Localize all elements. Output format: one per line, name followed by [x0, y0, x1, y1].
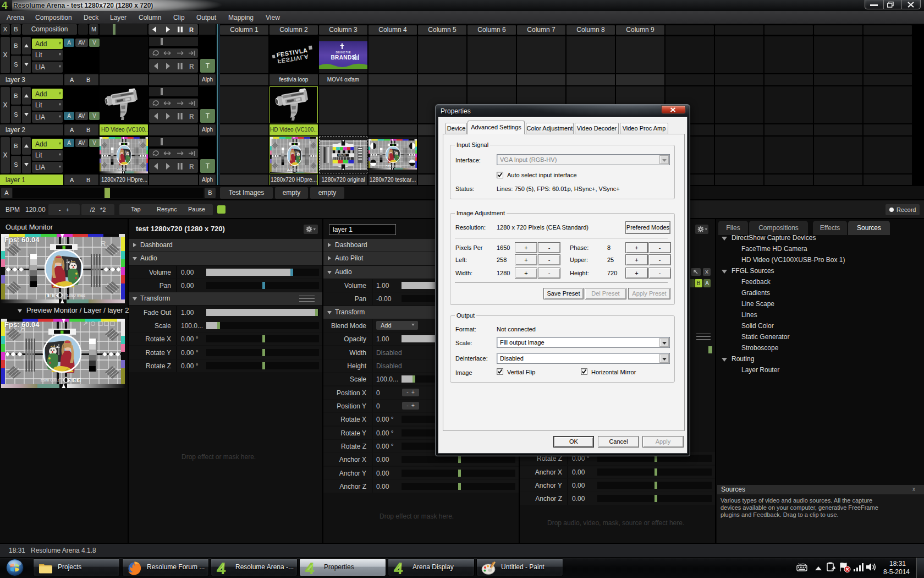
- svg-text:R: R: [189, 63, 194, 70]
- svg-text:R: R: [189, 163, 194, 171]
- svg-text:BEHIND THE: BEHIND THE: [336, 51, 350, 54]
- svg-text:R: R: [189, 113, 194, 121]
- svg-text:BRANDS: BRANDS: [331, 54, 355, 61]
- svg-text:R: R: [189, 26, 194, 33]
